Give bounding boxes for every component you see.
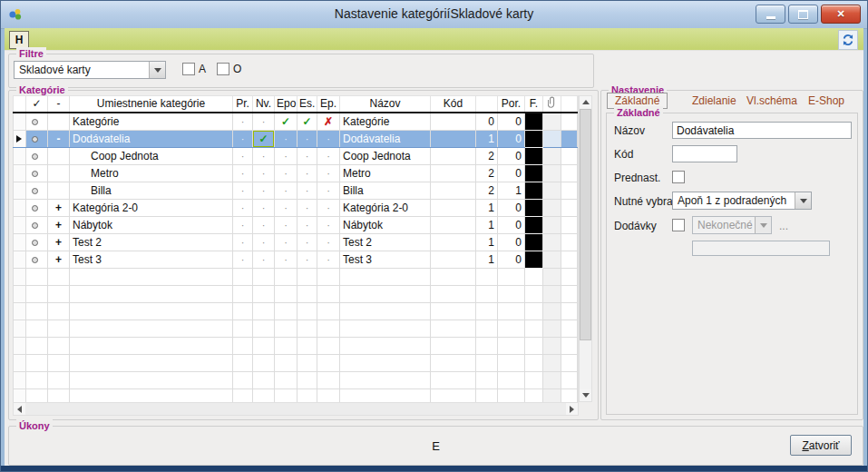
cell-epo[interactable]: · [275, 164, 297, 182]
cell-sel[interactable] [14, 371, 26, 388]
cell-kod[interactable] [431, 233, 476, 251]
cell-por[interactable]: 0 [498, 113, 525, 131]
cell-nv[interactable] [253, 354, 275, 371]
cell-lvl[interactable]: 1 [476, 130, 498, 147]
cell-epo[interactable]: ✓ [275, 113, 297, 131]
cell-sel[interactable] [14, 285, 26, 302]
cell-lvl[interactable]: 1 [476, 251, 498, 268]
cell-lvl[interactable]: 2 [476, 147, 498, 164]
cell-f[interactable] [525, 268, 543, 285]
cell-ep[interactable] [317, 285, 340, 302]
cell-clip[interactable] [543, 354, 561, 371]
cell-kod[interactable] [431, 182, 476, 199]
cell-x[interactable] [561, 371, 578, 388]
cell-x[interactable] [561, 337, 578, 354]
vertical-scrollbar[interactable] [579, 95, 592, 402]
empty-table-row[interactable] [14, 371, 578, 388]
cell-f[interactable] [525, 285, 543, 302]
cell-pr[interactable]: · [233, 251, 253, 268]
cell-es[interactable] [297, 302, 317, 320]
column-header-ep[interactable]: Ep. [317, 96, 340, 113]
cell-es[interactable]: · [297, 199, 317, 216]
cell-clip[interactable] [543, 216, 561, 233]
table-row[interactable]: +Test 2·····Test 210 [14, 233, 578, 251]
cell-kod[interactable] [431, 147, 476, 164]
cell-minus[interactable] [48, 320, 70, 337]
cell-pr[interactable] [233, 285, 253, 302]
column-header-umiest[interactable]: Umiestnenie kategórie [70, 96, 233, 113]
cell-sel[interactable] [14, 233, 26, 251]
cell-ep[interactable] [317, 302, 340, 320]
cell-f[interactable] [525, 320, 543, 337]
cell-sel[interactable] [14, 130, 26, 147]
cell-ep[interactable] [317, 354, 340, 371]
scroll-left-button[interactable] [14, 403, 25, 415]
cell-umiest[interactable] [70, 302, 233, 320]
cell-minus[interactable] [48, 285, 70, 302]
tab-eshop[interactable]: E-Shop [808, 94, 844, 107]
maximize-button[interactable] [788, 5, 818, 24]
cell-es[interactable] [297, 285, 317, 302]
scroll-right-button[interactable] [566, 403, 578, 415]
cell-por[interactable]: 0 [498, 199, 525, 216]
cell-clip[interactable] [543, 268, 561, 285]
cell-kod[interactable] [431, 354, 476, 371]
cell-pr[interactable]: · [233, 233, 253, 251]
cell-epo[interactable] [275, 302, 297, 320]
cell-x[interactable] [561, 251, 578, 268]
cell-nazov[interactable] [340, 337, 431, 354]
column-header-epo[interactable]: Epo. [275, 96, 297, 113]
cell-f[interactable] [525, 113, 543, 131]
cell-es[interactable]: · [297, 147, 317, 164]
cell-minus[interactable]: + [48, 251, 70, 268]
cell-clip[interactable] [543, 251, 561, 268]
cell-nazov[interactable]: Metro [340, 164, 431, 182]
cell-epo[interactable] [275, 320, 297, 337]
cell-lvl[interactable] [476, 268, 498, 285]
cell-pr[interactable]: · [233, 199, 253, 216]
cell-por[interactable]: 0 [498, 216, 525, 233]
cell-pr[interactable] [233, 388, 253, 402]
cell-por[interactable] [498, 285, 525, 302]
cell-ep[interactable]: · [317, 130, 340, 147]
cell-lvl[interactable]: 1 [476, 216, 498, 233]
cell-pr[interactable]: · [233, 164, 253, 182]
cell-check[interactable] [26, 302, 48, 320]
cell-es[interactable]: · [297, 216, 317, 233]
cell-f[interactable] [525, 216, 543, 233]
cell-nazov[interactable] [340, 320, 431, 337]
cell-por[interactable] [498, 388, 525, 402]
dodavky-dropdown-button[interactable] [755, 217, 771, 233]
cell-es[interactable]: ✓ [297, 113, 317, 131]
cell-nv[interactable] [253, 268, 275, 285]
cell-por[interactable] [498, 371, 525, 388]
dodavky-checkbox[interactable] [672, 219, 685, 231]
cell-epo[interactable] [275, 354, 297, 371]
cell-ep[interactable]: · [317, 182, 340, 199]
cell-clip[interactable] [543, 337, 561, 354]
cell-por[interactable] [498, 354, 525, 371]
cell-check[interactable] [26, 164, 48, 182]
minimize-button[interactable] [756, 5, 785, 24]
cell-sel[interactable] [14, 113, 26, 131]
empty-table-row[interactable] [14, 354, 578, 371]
cell-x[interactable] [561, 113, 578, 131]
cell-nazov[interactable] [340, 388, 431, 402]
cell-lvl[interactable]: 2 [476, 182, 498, 199]
cell-f[interactable] [525, 182, 543, 199]
cell-nv[interactable]: · [253, 199, 275, 216]
cell-lvl[interactable] [476, 337, 498, 354]
cell-lvl[interactable] [476, 320, 498, 337]
close-button[interactable]: ✕ [821, 5, 861, 24]
cell-f[interactable] [525, 147, 543, 164]
cell-umiest[interactable] [70, 320, 233, 337]
cell-ep[interactable] [317, 371, 340, 388]
nazov-input[interactable] [672, 122, 852, 139]
column-header-pr[interactable]: Pr. [233, 96, 253, 113]
cell-es[interactable]: · [297, 130, 317, 147]
kod-input[interactable] [672, 145, 737, 162]
cell-umiest[interactable]: Dodávatelia [70, 130, 233, 147]
cell-x[interactable] [561, 388, 578, 402]
cell-ep[interactable]: · [317, 164, 340, 182]
cell-nv[interactable]: · [253, 251, 275, 268]
